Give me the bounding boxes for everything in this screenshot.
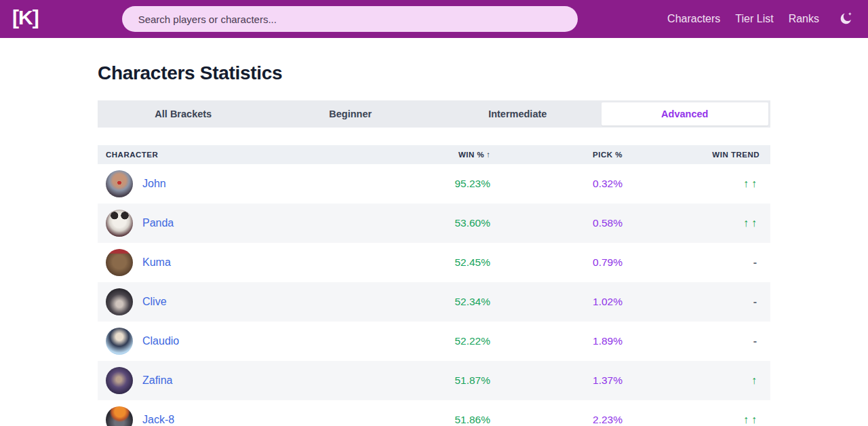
top-navigation-bar: [K] Characters Tier List Ranks: [0, 0, 868, 38]
table-row: Clive 52.34% 1.02% -: [98, 282, 770, 322]
search-input[interactable]: [122, 6, 578, 32]
bracket-tabs: All Brackets Beginner Intermediate Advan…: [98, 100, 770, 128]
table-row: Kuma 52.45% 0.79% -: [98, 243, 770, 282]
win-percent-value: 52.45%: [361, 256, 499, 269]
avatar: [106, 249, 133, 276]
site-logo[interactable]: [K]: [11, 6, 40, 32]
column-header-pick-percent[interactable]: Pick %: [499, 151, 632, 159]
character-link[interactable]: Zafina: [142, 374, 172, 387]
page-title: Characters Statistics: [98, 62, 770, 84]
pick-percent-value: 0.58%: [499, 217, 632, 229]
tab-intermediate[interactable]: Intermediate: [434, 102, 601, 125]
win-trend-value: -: [632, 296, 770, 308]
search-container: [122, 6, 578, 32]
tab-advanced[interactable]: Advanced: [601, 102, 769, 125]
table-row: John 95.23% 0.32% ↑↑: [98, 164, 770, 204]
character-link[interactable]: Clive: [142, 296, 167, 308]
main-content: Characters Statistics All Brackets Begin…: [98, 62, 770, 426]
pick-percent-value: 0.32%: [499, 178, 632, 190]
nav-link-tier-list[interactable]: Tier List: [735, 13, 773, 25]
column-header-character[interactable]: Character: [98, 151, 361, 159]
pick-percent-value: 2.23%: [499, 414, 632, 426]
win-percent-value: 52.22%: [361, 335, 499, 347]
tab-all-brackets[interactable]: All Brackets: [100, 102, 267, 125]
win-percent-value: 95.23%: [361, 178, 499, 190]
character-link[interactable]: Panda: [142, 217, 174, 229]
win-percent-value: 51.86%: [361, 414, 499, 426]
character-link[interactable]: Jack-8: [142, 414, 174, 426]
column-header-win-trend[interactable]: Win Trend: [632, 151, 770, 159]
win-trend-value: ↑: [632, 374, 770, 387]
table-row: Zafina 51.87% 1.37% ↑: [98, 361, 770, 400]
win-percent-value: 52.34%: [361, 296, 499, 308]
avatar: [106, 367, 133, 394]
characters-table: Character Win %↑ Pick % Win Trend John 9…: [98, 145, 770, 426]
win-percent-value: 53.60%: [361, 217, 499, 229]
pick-percent-value: 1.89%: [499, 335, 632, 347]
tab-beginner[interactable]: Beginner: [267, 102, 435, 125]
win-trend-value: ↑↑: [632, 178, 770, 190]
sort-ascending-icon: ↑: [486, 151, 490, 159]
avatar: [106, 170, 133, 197]
win-trend-value: -: [632, 256, 770, 269]
avatar: [106, 406, 133, 426]
win-percent-value: 51.87%: [361, 374, 499, 387]
moon-with-sparkle-icon: [838, 12, 853, 26]
nav-link-characters[interactable]: Characters: [667, 13, 720, 25]
table-row: Panda 53.60% 0.58% ↑↑: [98, 204, 770, 243]
column-header-win-percent[interactable]: Win %↑: [361, 151, 499, 159]
win-trend-value: -: [632, 335, 770, 347]
character-link[interactable]: Kuma: [142, 256, 171, 269]
table-row: Claudio 52.22% 1.89% -: [98, 322, 770, 361]
avatar: [106, 328, 133, 355]
win-column-label: Win %: [458, 151, 484, 159]
table-row: Jack-8 51.86% 2.23% ↑↑: [98, 400, 770, 426]
win-trend-value: ↑↑: [632, 217, 770, 229]
table-header-row: Character Win %↑ Pick % Win Trend: [98, 145, 770, 164]
nav-link-ranks[interactable]: Ranks: [789, 13, 819, 25]
win-trend-value: ↑↑: [632, 414, 770, 426]
character-link[interactable]: John: [142, 178, 166, 190]
pick-percent-value: 0.79%: [499, 256, 632, 269]
pick-percent-value: 1.02%: [499, 296, 632, 308]
pick-percent-value: 1.37%: [499, 374, 632, 387]
avatar: [106, 210, 133, 237]
character-link[interactable]: Claudio: [142, 335, 179, 347]
avatar: [106, 288, 133, 315]
main-nav: Characters Tier List Ranks: [667, 10, 868, 28]
dark-mode-toggle-button[interactable]: [837, 10, 854, 28]
